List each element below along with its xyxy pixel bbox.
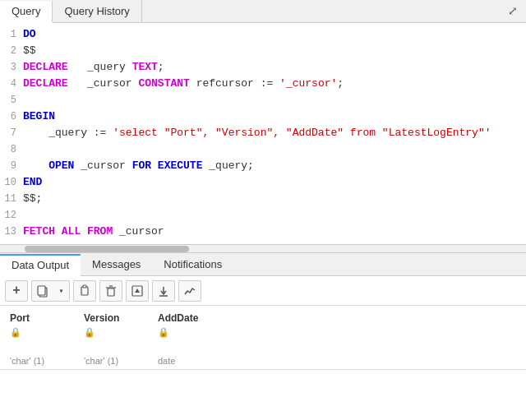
col-name-version: Version [84, 312, 119, 324]
col-type-adddate: date [158, 356, 175, 366]
line-number: 10 [0, 174, 23, 191]
code-line-12: 12 [0, 207, 526, 224]
tab-notifications[interactable]: Notifications [152, 253, 233, 275]
top-tabs-bar: Query Query History ⤢ [0, 0, 526, 23]
expand-icon[interactable]: ⤢ [500, 0, 526, 22]
line-content: OPEN _cursor FOR EXECUTE _query; [23, 158, 254, 174]
code-editor[interactable]: 1 DO 2 $$ 3 DECLARE _query TEXT; 4 DECLA… [0, 23, 526, 245]
line-number: 7 [0, 125, 23, 141]
line-number: 5 [0, 92, 23, 108]
tab-messages[interactable]: Messages [81, 253, 152, 275]
col-type-version: 'char' (1) [84, 356, 118, 366]
line-number: 12 [0, 207, 23, 224]
line-content: DECLARE _query TEXT; [23, 59, 164, 76]
col-type-port: 'char' (1) [10, 356, 44, 366]
editor-scrollbar[interactable] [0, 245, 526, 253]
line-content: BEGIN [23, 108, 55, 125]
copy-dropdown-button[interactable]: ▾ [53, 280, 70, 302]
line-number: 13 [0, 224, 23, 240]
copy-button[interactable] [31, 280, 54, 302]
line-number: 8 [0, 141, 23, 158]
bottom-tabs-bar: Data Output Messages Notifications [0, 253, 526, 276]
line-number: 4 [0, 76, 23, 92]
line-content: DO [23, 26, 36, 43]
code-line-13: 13 FETCH ALL FROM _cursor [0, 224, 526, 240]
col-name-adddate: AddDate [158, 312, 198, 324]
data-output-area: Port 🔒 'char' (1) Version 🔒 'char' (1) A… [0, 306, 526, 373]
tab-data-output[interactable]: Data Output [0, 254, 81, 276]
code-line-8: 8 [0, 141, 526, 158]
line-content: $$ [23, 43, 36, 59]
code-line-7: 7 _query := 'select "Port", "Version", "… [0, 125, 526, 141]
code-line-5: 5 [0, 92, 526, 108]
line-content: DECLARE _cursor CONSTANT refcursor := '_… [23, 76, 344, 92]
scrollbar-thumb[interactable] [25, 246, 189, 252]
table-header: Port 🔒 'char' (1) Version 🔒 'char' (1) A… [0, 309, 526, 370]
code-line-6: 6 BEGIN [0, 108, 526, 125]
line-number: 1 [0, 26, 23, 43]
line-number: 6 [0, 108, 23, 125]
line-content: FETCH ALL FROM _cursor [23, 224, 164, 240]
paste-button[interactable] [73, 280, 96, 302]
output-toolbar: + ▾ [0, 276, 526, 306]
delete-button[interactable] [99, 280, 122, 302]
line-content: END [23, 174, 42, 191]
col-name-port: Port [10, 312, 30, 324]
line-content: $$; [23, 191, 42, 207]
export-button[interactable] [152, 280, 175, 302]
col-header-port: Port 🔒 'char' (1) [3, 309, 77, 369]
col-header-adddate: AddDate 🔒 date [151, 309, 225, 369]
line-number: 9 [0, 158, 23, 174]
code-line-1: 1 DO [0, 26, 526, 43]
col-header-version: Version 🔒 'char' (1) [77, 309, 151, 369]
svg-marker-8 [135, 288, 140, 293]
lock-icon-version: 🔒 [84, 327, 95, 338]
svg-rect-1 [38, 286, 45, 295]
import-button[interactable] [126, 280, 149, 302]
chart-button[interactable] [178, 280, 201, 302]
line-content: _query := 'select "Port", "Version", "Ad… [23, 125, 491, 141]
tab-query-history[interactable]: Query History [53, 0, 141, 22]
code-line-4: 4 DECLARE _cursor CONSTANT refcursor := … [0, 76, 526, 92]
tab-query[interactable]: Query [0, 1, 53, 23]
add-row-button[interactable]: + [5, 280, 28, 302]
code-line-3: 3 DECLARE _query TEXT; [0, 59, 526, 76]
line-number: 11 [0, 191, 23, 207]
svg-rect-4 [108, 288, 114, 296]
line-number: 3 [0, 59, 23, 76]
svg-rect-3 [83, 285, 86, 288]
code-line-2: 2 $$ [0, 43, 526, 59]
code-line-9: 9 OPEN _cursor FOR EXECUTE _query; [0, 158, 526, 174]
code-line-10: 10 END [0, 174, 526, 191]
line-number: 2 [0, 43, 23, 59]
lock-icon-adddate: 🔒 [158, 327, 169, 338]
lock-icon-port: 🔒 [10, 327, 21, 338]
code-line-11: 11 $$; [0, 191, 526, 207]
